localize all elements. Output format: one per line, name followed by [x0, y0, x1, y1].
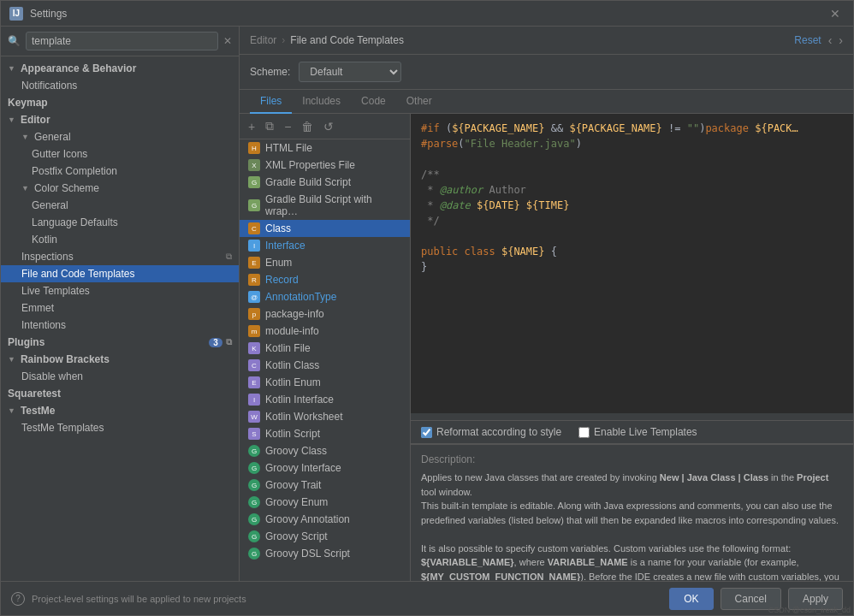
live-templates-checkbox-label[interactable]: Enable Live Templates: [578, 426, 697, 438]
tab-includes[interactable]: Includes: [292, 90, 351, 114]
file-item-kotlin-interface[interactable]: I Kotlin Interface: [240, 391, 410, 408]
add-template-button[interactable]: +: [245, 118, 258, 135]
file-list: H HTML File X XML Properties File G Grad…: [240, 139, 410, 581]
sidebar-section-appearance[interactable]: ▼ Appearance & Behavior: [1, 60, 239, 77]
reformat-checkbox[interactable]: [421, 427, 432, 438]
sidebar-label-kotlin: Kotlin: [32, 234, 57, 246]
horizontal-scrollbar[interactable]: [411, 413, 853, 420]
expand-icon: ▼: [8, 64, 15, 73]
sidebar-section-editor[interactable]: ▼ Editor: [1, 111, 239, 128]
file-item-groovy-class[interactable]: G Groovy Class: [240, 442, 410, 459]
sidebar-item-kotlin[interactable]: Kotlin: [1, 231, 239, 248]
sidebar-item-cs-general[interactable]: General: [1, 197, 239, 214]
sidebar-item-general[interactable]: ▼ General: [1, 128, 239, 145]
file-item-kotlin-enum[interactable]: E Kotlin Enum: [240, 374, 410, 391]
description-label: Description:: [421, 452, 843, 467]
sidebar-label-testme-templates: TestMe Templates: [21, 422, 104, 434]
sidebar-item-live-templates[interactable]: Live Templates: [1, 282, 239, 299]
file-item-groovy-script[interactable]: G Groovy Script: [240, 528, 410, 545]
code-line-5: * @author Author: [421, 182, 843, 198]
sidebar-label-gutter-icons: Gutter Icons: [32, 148, 87, 160]
sidebar-item-keymap[interactable]: Keymap: [1, 94, 239, 111]
sidebar-item-file-code-templates[interactable]: File and Code Templates: [1, 265, 239, 282]
sidebar-item-disable-when[interactable]: Disable when: [1, 368, 239, 385]
app-icon: IJ: [9, 7, 23, 21]
external-link-icon: ⧉: [226, 252, 232, 262]
file-item-class[interactable]: C Class: [240, 220, 410, 237]
sidebar-item-intentions[interactable]: Intentions: [1, 317, 239, 334]
sidebar-item-testme-templates[interactable]: TestMe Templates: [1, 419, 239, 436]
file-item-groovy-trait[interactable]: G Groovy Trait: [240, 477, 410, 494]
sidebar-label-color-scheme: Color Scheme: [34, 182, 99, 194]
file-item-gradle-wrap[interactable]: G Gradle Build Script with wrap…: [240, 191, 410, 220]
file-item-xml[interactable]: X XML Properties File: [240, 157, 410, 174]
file-label-groovy-dsl-script: Groovy DSL Script: [265, 548, 350, 560]
search-input[interactable]: [26, 32, 218, 50]
file-icon-class: C: [248, 222, 260, 234]
sidebar-label-general: General: [34, 131, 71, 143]
sidebar-item-emmet[interactable]: Emmet: [1, 299, 239, 317]
remove-template-button[interactable]: −: [281, 118, 294, 135]
tab-files[interactable]: Files: [250, 90, 292, 114]
info-icon[interactable]: ?: [11, 592, 25, 606]
sidebar-item-postfix-completion[interactable]: Postfix Completion: [1, 163, 239, 180]
description-panel: Description: Applies to new Java classes…: [411, 444, 853, 581]
ok-button[interactable]: OK: [669, 588, 713, 610]
tab-other[interactable]: Other: [396, 90, 442, 114]
file-icon-groovy-interface: G: [248, 462, 260, 474]
copy-template-button[interactable]: ⧉: [262, 117, 277, 135]
file-icon-interface: I: [248, 240, 260, 252]
reset-button[interactable]: Reset: [794, 34, 821, 46]
sidebar-section-testme[interactable]: ▼ TestMe: [1, 402, 239, 419]
file-icon-html: H: [248, 142, 260, 154]
sidebar-label-rainbow-brackets: Rainbow Brackets: [21, 353, 110, 365]
file-item-gradle[interactable]: G Gradle Build Script: [240, 174, 410, 191]
main-content: 🔍 ✕ ▼ Appearance & Behavior Notification…: [1, 27, 853, 581]
sidebar-tree: ▼ Appearance & Behavior Notifications Ke…: [1, 56, 239, 581]
file-item-module-info[interactable]: m module-info: [240, 323, 410, 340]
sidebar-section-rainbow-brackets[interactable]: ▼ Rainbow Brackets: [1, 351, 239, 368]
file-item-groovy-dsl-script[interactable]: G Groovy DSL Script: [240, 545, 410, 562]
sidebar-item-language-defaults[interactable]: Language Defaults: [1, 214, 239, 231]
file-item-annotation[interactable]: @ AnnotationType: [240, 288, 410, 305]
file-label-enum: Enum: [265, 257, 292, 269]
sidebar-item-color-scheme[interactable]: ▼ Color Scheme: [1, 180, 239, 197]
file-item-groovy-enum[interactable]: G Groovy Enum: [240, 494, 410, 511]
file-item-html[interactable]: H HTML File: [240, 139, 410, 157]
sidebar-item-inspections[interactable]: Inspections ⧉: [1, 248, 239, 265]
sidebar-item-notifications[interactable]: Notifications: [1, 77, 239, 94]
file-icon-groovy-trait: G: [248, 479, 260, 491]
code-area[interactable]: #if (${PACKAGE_NAME} && ${PACKAGE_NAME} …: [411, 114, 853, 413]
breadcrumb-separator: ›: [282, 34, 285, 46]
forward-button[interactable]: ›: [839, 33, 843, 47]
sidebar-section-plugins[interactable]: Plugins 3 ⧉: [1, 334, 239, 351]
file-item-groovy-annotation[interactable]: G Groovy Annotation: [240, 511, 410, 528]
delete-template-button[interactable]: 🗑: [298, 118, 317, 135]
expand-icon-general: ▼: [21, 133, 29, 141]
reformat-checkbox-label[interactable]: Reformat according to style: [421, 426, 561, 438]
file-item-kotlin-file[interactable]: K Kotlin File: [240, 340, 410, 357]
tab-code[interactable]: Code: [351, 90, 396, 114]
file-item-interface[interactable]: I Interface: [240, 237, 410, 254]
close-button[interactable]: ✕: [826, 5, 845, 22]
file-item-groovy-interface[interactable]: G Groovy Interface: [240, 459, 410, 477]
right-panel: Editor › File and Code Templates Reset ‹…: [240, 27, 853, 581]
code-line-8: [421, 228, 843, 244]
back-button[interactable]: ‹: [828, 33, 833, 47]
scheme-select[interactable]: Default Project: [299, 62, 401, 82]
search-clear-button[interactable]: ✕: [223, 35, 232, 47]
file-item-kotlin-script[interactable]: S Kotlin Script: [240, 425, 410, 442]
live-templates-checkbox[interactable]: [578, 427, 590, 438]
file-item-kotlin-class[interactable]: C Kotlin Class: [240, 357, 410, 374]
file-label-groovy-script: Groovy Script: [265, 530, 328, 542]
sidebar-item-squaretest[interactable]: Squaretest: [1, 385, 239, 402]
expand-icon-color-scheme: ▼: [21, 184, 29, 192]
file-item-enum[interactable]: E Enum: [240, 254, 410, 271]
sidebar-item-gutter-icons[interactable]: Gutter Icons: [1, 145, 239, 163]
file-item-package-info[interactable]: p package-info: [240, 305, 410, 323]
file-item-record[interactable]: R Record: [240, 271, 410, 288]
search-box: 🔍 ✕: [1, 27, 239, 56]
settings-window: IJ Settings ✕ 🔍 ✕ ▼ Appearance & Behavio…: [0, 0, 854, 616]
file-item-kotlin-worksheet[interactable]: W Kotlin Worksheet: [240, 408, 410, 425]
revert-template-button[interactable]: ↺: [320, 118, 337, 135]
